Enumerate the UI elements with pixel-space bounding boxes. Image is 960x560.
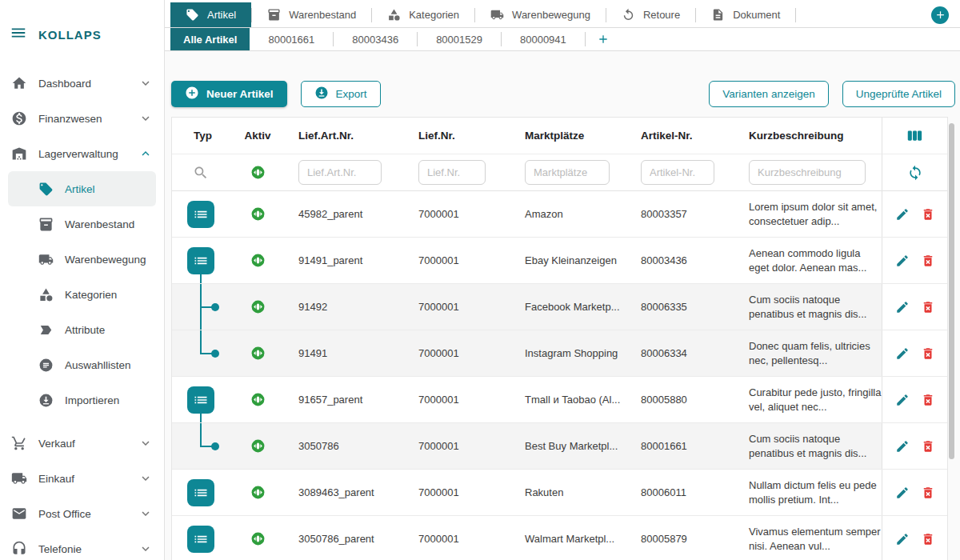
- chevron-up-icon[interactable]: [138, 146, 153, 161]
- edit-icon[interactable]: [895, 393, 910, 407]
- sidebar-item-telefonie[interactable]: Telefonie: [0, 531, 164, 560]
- search-icon[interactable]: [193, 165, 209, 181]
- chevron-down-icon[interactable]: [138, 436, 153, 450]
- delete-forever-icon[interactable]: [921, 346, 935, 361]
- refresh-cell[interactable]: [882, 154, 947, 190]
- chevron-down-icon[interactable]: [138, 542, 153, 556]
- edit-icon[interactable]: [895, 486, 910, 500]
- aktiv-filter-cell[interactable]: [230, 154, 286, 190]
- sidebar-item-finanzwesen[interactable]: Finanzwesen: [0, 101, 164, 136]
- sidebar-item-warenbewegung[interactable]: Warenbewegung: [8, 242, 156, 277]
- lief-nr-filter-input[interactable]: [418, 160, 486, 185]
- marktplaetze-filter-input[interactable]: [525, 160, 610, 185]
- column-header-kurzbeschreibung: Kurzbeschreibung: [736, 118, 882, 154]
- sidebar-item-label: Attribute: [65, 324, 145, 336]
- edit-icon[interactable]: [895, 300, 910, 314]
- typ-cell: [172, 377, 230, 422]
- primary-tabbar: ArtikelWarenbestandKategorienWarenbewegu…: [165, 0, 960, 28]
- chevron-down-icon[interactable]: [138, 471, 153, 486]
- delete-forever-icon[interactable]: [921, 207, 935, 222]
- tab-warenbewegung[interactable]: Warenbewegung: [475, 2, 606, 27]
- tab-retoure[interactable]: Retoure: [606, 2, 695, 27]
- active-toggle-icon: [250, 346, 266, 361]
- lief-art-nr-filter-input[interactable]: [298, 160, 382, 185]
- export-button[interactable]: Export: [301, 81, 381, 107]
- column-settings-cell[interactable]: [882, 118, 947, 154]
- new-article-button[interactable]: Neuer Artikel: [171, 81, 287, 107]
- sync-icon[interactable]: [907, 165, 923, 181]
- app-window: KOLLAPS DashboardFinanzwesenLagerverwalt…: [0, 0, 960, 560]
- show-variants-label: Varianten anzeigen: [722, 88, 814, 100]
- typ-filter-cell[interactable]: [172, 154, 230, 190]
- lief-art-nr-cell: 3050786: [286, 423, 406, 469]
- sidebar-item-warenbestand[interactable]: Warenbestand: [8, 206, 156, 242]
- delete-forever-icon[interactable]: [921, 300, 935, 314]
- active-toggle-icon[interactable]: [250, 165, 266, 180]
- hamburger-menu-icon[interactable]: [10, 24, 27, 45]
- delete-forever-icon[interactable]: [921, 532, 935, 546]
- sidebar-item-post-office[interactable]: Post Office: [0, 496, 164, 531]
- download-circle-icon: [314, 86, 329, 102]
- article-type-button[interactable]: [187, 479, 214, 506]
- sidebar-item-importieren[interactable]: Importieren: [8, 382, 156, 418]
- artikel-nr-filter-input[interactable]: [641, 160, 714, 185]
- scrollbar-thumb[interactable]: [949, 123, 954, 459]
- add-tab-button[interactable]: [931, 6, 949, 24]
- sidebar-item-dashboard[interactable]: Dashboard: [0, 66, 164, 101]
- tab-kategorien[interactable]: Kategorien: [372, 2, 474, 27]
- mail-icon: [11, 506, 27, 522]
- article-type-button[interactable]: [187, 201, 214, 228]
- table-scrollbar[interactable]: [948, 117, 955, 560]
- view-columns-icon[interactable]: [906, 127, 923, 144]
- sidebar-item-artikel[interactable]: Artikel: [8, 171, 156, 206]
- chevron-down-icon[interactable]: [138, 111, 153, 126]
- subtab-80001661[interactable]: 80001661: [250, 28, 333, 50]
- article-type-button[interactable]: [187, 526, 214, 553]
- nav-gap: [0, 418, 164, 426]
- delete-forever-icon[interactable]: [921, 393, 935, 407]
- edit-icon[interactable]: [895, 532, 910, 546]
- sidebar-item-verkauf[interactable]: Verkauf: [0, 426, 164, 461]
- shapes-icon: [38, 287, 54, 302]
- delete-forever-icon[interactable]: [921, 439, 935, 454]
- sidebar-item-einkauf[interactable]: Einkauf: [0, 461, 164, 496]
- aktiv-cell: [230, 191, 286, 237]
- chevron-down-icon[interactable]: [138, 506, 153, 521]
- lief-art-nr-cell: 91492: [286, 284, 406, 330]
- content-area: Neuer Artikel Export Varianten anzeigen …: [165, 51, 960, 560]
- sidebar-item-lagerverwaltung[interactable]: Lagerverwaltung: [0, 136, 164, 171]
- subtab-label: 80003436: [352, 34, 398, 46]
- lief-nr-cell: 7000001: [406, 423, 512, 469]
- edit-icon[interactable]: [895, 254, 910, 268]
- edit-icon[interactable]: [895, 346, 910, 361]
- sidebar-item-kategorien[interactable]: Kategorien: [8, 277, 156, 312]
- edit-icon[interactable]: [895, 207, 910, 222]
- subtab-80003436[interactable]: 80003436: [334, 28, 417, 50]
- artikel-nr-cell: 80006334: [628, 330, 736, 376]
- article-type-button[interactable]: [187, 247, 214, 274]
- subtab-80001529[interactable]: 80001529: [418, 28, 501, 50]
- truck-icon: [38, 252, 54, 267]
- active-toggle-icon: [250, 392, 266, 407]
- delete-forever-icon[interactable]: [921, 254, 935, 268]
- delete-forever-icon[interactable]: [921, 486, 935, 500]
- unchecked-articles-button[interactable]: Ungeprüfte Artikel: [842, 81, 955, 107]
- subtab-80000941[interactable]: 80000941: [502, 28, 585, 50]
- sidebar-item-label: Artikel: [65, 183, 145, 195]
- tab-artikel[interactable]: Artikel: [170, 2, 251, 27]
- plus-icon: [934, 9, 946, 21]
- tab-warenbestand[interactable]: Warenbestand: [252, 2, 371, 27]
- add-article-tab-button[interactable]: [586, 28, 621, 50]
- article-type-button[interactable]: [187, 386, 214, 414]
- sidebar-item-attribute[interactable]: Attribute: [8, 312, 156, 347]
- edit-icon[interactable]: [895, 439, 910, 454]
- subtab-alle-artikel[interactable]: Alle Artikel: [170, 28, 250, 50]
- sidebar-item-label: Importieren: [65, 394, 145, 406]
- chevron-down-icon[interactable]: [138, 76, 153, 90]
- articles-table: TypAktivLief.Art.Nr.Lief.Nr.MarktplätzeA…: [171, 117, 948, 560]
- sidebar-item-auswahllisten[interactable]: Auswahllisten: [8, 347, 156, 382]
- kurzbeschreibung-filter-input[interactable]: [749, 160, 866, 185]
- tab-dokument[interactable]: Dokument: [696, 2, 795, 27]
- show-variants-button[interactable]: Varianten anzeigen: [709, 81, 828, 107]
- actions-cell: [882, 423, 947, 469]
